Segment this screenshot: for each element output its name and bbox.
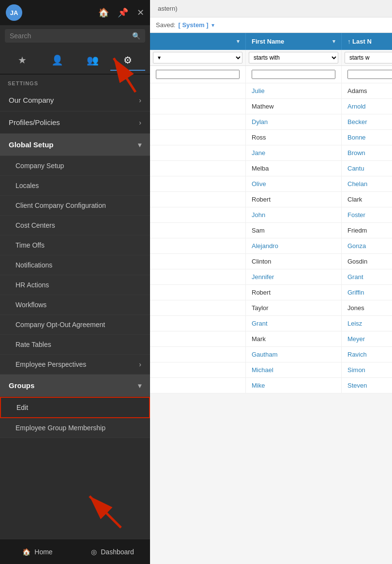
cell-first-name[interactable]: Jane (246, 145, 342, 161)
filter-select-first-name[interactable]: starts with (249, 52, 338, 63)
nav-group[interactable]: 👥 (75, 50, 110, 71)
filter-select-last-name[interactable]: starts w (345, 52, 392, 63)
close-icon[interactable]: ✕ (137, 7, 144, 18)
cell-index (150, 238, 246, 254)
home-button[interactable]: 🏠 Home (0, 544, 75, 560)
cell-first-name[interactable]: Grant (246, 316, 342, 331)
sidebar-item-profiles-policies[interactable]: Profiles/Policies › (0, 111, 150, 134)
cell-last-name[interactable]: Bonne (342, 130, 392, 145)
cell-first-name[interactable]: Taylor (246, 300, 342, 316)
cell-first-name[interactable]: John (246, 207, 342, 223)
sidebar-item-company-setup[interactable]: Company Setup (0, 156, 150, 176)
sidebar-item-client-company-config[interactable]: Client Company Configuration (0, 196, 150, 216)
table-row: AlejandroGonza (150, 238, 392, 254)
cell-last-name[interactable]: Chelan (342, 176, 392, 192)
cell-first-name[interactable]: Sam (246, 223, 342, 238)
nav-favorites[interactable]: ★ (5, 50, 40, 71)
table-row: RobertClark (150, 192, 392, 207)
nav-icons: ★ 👤 👥 ⚙ (0, 47, 150, 75)
cell-first-name[interactable]: Ross (246, 130, 342, 145)
sidebar-item-groups[interactable]: Groups ▾ (0, 375, 150, 397)
search-input[interactable] (10, 32, 132, 40)
chevron-right-icon: › (139, 360, 141, 368)
cell-index (150, 99, 246, 114)
dashboard-button[interactable]: ◎ Dashboard (75, 544, 150, 560)
sidebar-item-notifications[interactable]: Notifications (0, 255, 150, 275)
sidebar-item-workflows[interactable]: Workflows (0, 295, 150, 315)
top-icons: 🏠 📌 ✕ (98, 7, 144, 18)
cell-first-name[interactable]: Michael (246, 362, 342, 378)
col-header-checkbox: ▾ (150, 33, 246, 50)
nav-settings[interactable]: ⚙ (110, 50, 146, 71)
cell-index (150, 316, 246, 331)
filter-select-col1[interactable]: ▾ (153, 52, 242, 63)
table-row: MathewArnold (150, 99, 392, 114)
cell-index (150, 192, 246, 207)
cell-first-name[interactable]: Olive (246, 176, 342, 192)
sidebar-item-rate-tables[interactable]: Rate Tables (0, 335, 150, 355)
sidebar-item-employee-perspectives[interactable]: Employee Perspectives › (0, 355, 150, 375)
cell-last-name[interactable]: Brown (342, 145, 392, 161)
sidebar-item-our-company[interactable]: Our Company › (0, 89, 150, 111)
nav-person[interactable]: 👤 (40, 50, 75, 71)
cell-first-name[interactable]: Mike (246, 378, 342, 393)
cell-last-name[interactable]: Steven (342, 378, 392, 393)
sidebar-item-time-offs[interactable]: Time Offs (0, 235, 150, 255)
cell-last-name[interactable]: Gosdin (342, 254, 392, 269)
cell-first-name[interactable]: Clinton (246, 254, 342, 269)
cell-first-name[interactable]: Mark (246, 331, 342, 347)
dropdown-arrow-icon[interactable]: ▾ (211, 22, 214, 29)
table-row: TaylorJones (150, 300, 392, 316)
cell-first-name[interactable]: Melba (246, 161, 342, 176)
avatar: JA (6, 4, 22, 21)
cell-last-name[interactable]: Foster (342, 207, 392, 223)
cell-last-name[interactable]: Ravich (342, 347, 392, 362)
timezone-bar: astern) (150, 0, 392, 17)
chevron-right-icon: › (139, 119, 141, 126)
cell-last-name[interactable]: Simon (342, 362, 392, 378)
cell-index (150, 269, 246, 285)
cell-last-name[interactable]: Meyer (342, 331, 392, 347)
cell-first-name[interactable]: Julie (246, 83, 342, 99)
sidebar-bottom: 🏠 Home ◎ Dashboard (0, 539, 150, 564)
sidebar-item-cost-centers[interactable]: Cost Centers (0, 216, 150, 235)
table-row: DylanBecker (150, 114, 392, 130)
cell-last-name[interactable]: Jones (342, 300, 392, 316)
cell-first-name[interactable]: Dylan (246, 114, 342, 130)
sidebar-menu: Our Company › Profiles/Policies › Global… (0, 89, 150, 539)
sidebar-item-global-setup[interactable]: Global Setup ▾ (0, 134, 150, 156)
cell-last-name[interactable]: Arnold (342, 99, 392, 114)
filter-input-last-name[interactable] (347, 70, 392, 79)
cell-first-name[interactable]: Mathew (246, 99, 342, 114)
pin-icon[interactable]: 📌 (118, 7, 128, 18)
cell-first-name[interactable]: Gautham (246, 347, 342, 362)
cell-first-name[interactable]: Alejandro (246, 238, 342, 254)
col-header-last-name: ↑ Last N (342, 33, 392, 50)
cell-index (150, 223, 246, 238)
cell-first-name[interactable]: Robert (246, 285, 342, 300)
cell-first-name[interactable]: Jennifer (246, 269, 342, 285)
sidebar-item-company-opt-out[interactable]: Company Opt-Out Agreement (0, 315, 150, 335)
system-dropdown[interactable]: [ System ] (178, 21, 208, 29)
table-row: MichaelSimon (150, 362, 392, 378)
cell-last-name[interactable]: Cantu (342, 161, 392, 176)
cell-last-name[interactable]: Leisz (342, 316, 392, 331)
saved-label: Saved: (156, 21, 175, 29)
cell-first-name[interactable]: Robert (246, 192, 342, 207)
cell-last-name[interactable]: Becker (342, 114, 392, 130)
cell-last-name[interactable]: Clark (342, 192, 392, 207)
sidebar-item-employee-group-membership[interactable]: Employee Group Membership (0, 418, 150, 438)
filter-input-col1[interactable] (156, 70, 240, 79)
cell-last-name[interactable]: Friedm (342, 223, 392, 238)
cell-last-name[interactable]: Griffin (342, 285, 392, 300)
cell-last-name[interactable]: Adams (342, 83, 392, 99)
sidebar-item-locales[interactable]: Locales (0, 176, 150, 196)
sidebar-item-hr-actions[interactable]: HR Actions (0, 275, 150, 295)
sort-icon[interactable]: ▾ (332, 38, 335, 45)
cell-last-name[interactable]: Grant (342, 269, 392, 285)
cell-last-name[interactable]: Gonza (342, 238, 392, 254)
filter-input-first-name[interactable] (252, 70, 335, 79)
sidebar-item-edit[interactable]: Edit (0, 397, 150, 418)
home-icon[interactable]: 🏠 (98, 7, 109, 18)
sort-icon[interactable]: ▾ (237, 38, 240, 45)
